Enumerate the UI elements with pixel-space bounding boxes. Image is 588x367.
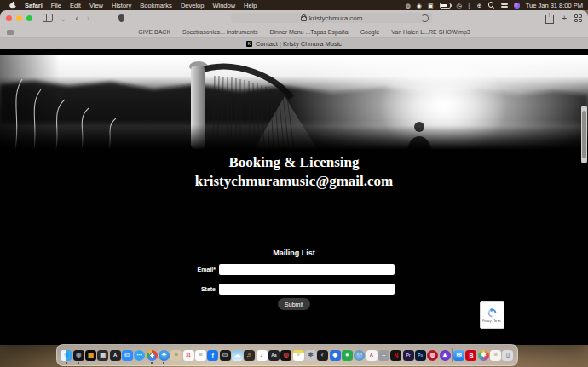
dock-icon-video-call[interactable]: ▭: [122, 350, 133, 361]
apple-menu[interactable]: [5, 1, 20, 9]
screenshot-icon[interactable]: ▣: [428, 3, 434, 9]
dock-icon-green-app[interactable]: ●: [342, 350, 353, 361]
close-window-button[interactable]: [6, 15, 12, 21]
share-icon[interactable]: [545, 15, 554, 24]
state-label: State: [139, 286, 219, 292]
scrollbar-thumb[interactable]: [582, 111, 586, 158]
submit-button[interactable]: Submit: [278, 298, 310, 310]
dock-icon-calendar[interactable]: 31: [183, 350, 194, 361]
dock-icon-camera-app[interactable]: ◎: [280, 350, 291, 361]
dock-icon-display-app[interactable]: ▭: [220, 350, 231, 361]
dock-icon-blue-app[interactable]: ◆: [330, 350, 341, 361]
email-row: Email*: [139, 264, 395, 275]
bluetooth-icon[interactable]: ᛒ: [468, 3, 471, 9]
menu-item[interactable]: Develop: [176, 2, 209, 9]
hero-harp-photo: [0, 55, 588, 149]
dock-icon-weather-photo[interactable]: ☁: [232, 350, 243, 361]
menu-item[interactable]: Safari: [20, 2, 47, 9]
dock-icon-chrome[interactable]: [147, 350, 158, 361]
clock-icon[interactable]: ◷: [457, 3, 462, 9]
dock-icon-stationery[interactable]: ≡: [170, 350, 182, 361]
state-field[interactable]: [219, 284, 395, 295]
dock-icon-type-app[interactable]: Aa: [268, 350, 280, 361]
dock-icon-photoshop[interactable]: Ps: [415, 350, 426, 361]
dock-icon-mission-control[interactable]: ▣: [97, 350, 108, 361]
sidebar-toggle-icon[interactable]: [43, 14, 53, 22]
bookmark-item[interactable]: GIVE BACK: [138, 29, 170, 35]
dock-icon-peak-app[interactable]: ▲: [440, 350, 451, 361]
control-center-icon[interactable]: [501, 3, 508, 8]
dock-icon-music[interactable]: ♪: [257, 350, 268, 361]
menu-item[interactable]: History: [107, 2, 135, 9]
bookmark-item[interactable]: Google: [360, 29, 380, 35]
bookmark-items: GIVE BACKSpectrasonics... InstrumentsDin…: [20, 29, 588, 35]
dock-icon-messages[interactable]: ⋯: [134, 350, 145, 361]
reload-icon[interactable]: [421, 14, 429, 22]
sidebar-chevron-icon[interactable]: ⌄: [58, 14, 68, 23]
bookmarks-grid-icon[interactable]: [7, 30, 14, 35]
bookmark-item[interactable]: Spectrasonics... Instruments: [182, 29, 257, 35]
dock-icon-dark-globe[interactable]: ◐: [317, 350, 328, 361]
mailing-list-title: Mailing List: [0, 249, 588, 257]
menu-clock[interactable]: Tue Jan 31 8:00 PM: [526, 2, 583, 9]
apple-icon: [9, 1, 16, 9]
dock-icon-b-app[interactable]: B: [465, 350, 476, 361]
dock-icon-gray-app[interactable]: –: [378, 350, 389, 361]
safari-window: ⌄ ‹ › kristychmura.com + GIVE BACKSpectr…: [0, 10, 588, 345]
safari-toolbar: ⌄ ‹ › kristychmura.com +: [0, 10, 588, 26]
menu-left: SafariFileEditViewHistoryBookmarksDevelo…: [0, 1, 262, 9]
recaptcha-icon: [487, 307, 498, 318]
dock-icon-netflix[interactable]: N: [390, 350, 401, 361]
dock-icon-settings[interactable]: ✱: [305, 350, 316, 361]
tab-overview-icon[interactable]: [574, 14, 582, 22]
menu-item[interactable]: Help: [239, 2, 261, 9]
dock-icon-earth[interactable]: ◠: [354, 350, 365, 361]
dock-icon-mail[interactable]: ✉: [453, 350, 464, 361]
app-status-icon[interactable]: ◍: [406, 3, 411, 9]
dock-icon-trash[interactable]: ▯: [502, 350, 513, 361]
minimize-window-button[interactable]: [16, 15, 22, 21]
menu-item[interactable]: View: [85, 2, 107, 9]
toolbar-right: +: [545, 13, 582, 24]
menu-item[interactable]: File: [47, 2, 66, 9]
scrollbar-track[interactable]: [581, 106, 587, 163]
tab-bar[interactable]: K Contact | Kristy Chmura Music: [0, 38, 588, 49]
spotlight-icon[interactable]: [488, 2, 495, 9]
zoom-window-button[interactable]: [26, 15, 32, 21]
dock-icon-garageband[interactable]: ♬: [244, 350, 255, 361]
web-page: Booking & Licensing kristychmuramusic@gm…: [0, 49, 588, 345]
dock-icon-premiere[interactable]: Pr: [403, 350, 414, 361]
battery-icon[interactable]: [440, 3, 451, 9]
eye-icon[interactable]: ◉: [417, 3, 422, 9]
dock-icon-record-app[interactable]: ◉: [73, 350, 84, 361]
dock-icon-red-circle-app[interactable]: ◍: [427, 350, 438, 361]
bookmarks-bar: GIVE BACKSpectrasonics... InstrumentsDin…: [0, 26, 588, 38]
url-text: kristychmura.com: [309, 14, 363, 22]
dock-separator[interactable]: [452, 348, 453, 362]
siri-icon[interactable]: [514, 3, 520, 9]
address-bar[interactable]: kristychmura.com: [231, 13, 432, 23]
recaptcha-badge[interactable]: Privacy - Terms: [480, 301, 504, 329]
dock-icon-facebook[interactable]: f: [207, 350, 218, 361]
tab-favicon: K: [246, 41, 252, 47]
menu-item[interactable]: Edit: [66, 2, 85, 9]
new-tab-button[interactable]: +: [562, 14, 567, 23]
dock-icon-safari[interactable]: ✦: [159, 350, 170, 361]
email-field[interactable]: [219, 264, 395, 275]
menu-item[interactable]: Bookmarks: [135, 2, 176, 9]
menu-item[interactable]: Window: [208, 2, 239, 9]
dock-icon-notes[interactable]: ≡: [293, 350, 304, 361]
dock-icon-finder[interactable]: ☺: [61, 350, 72, 361]
forward-button[interactable]: ›: [85, 14, 91, 23]
privacy-shield-icon[interactable]: [118, 14, 124, 22]
dock-icon-photos[interactable]: ✽: [478, 350, 489, 361]
bookmark-item[interactable]: Dinner Menu ...Tapas España: [269, 29, 348, 35]
dock-icon-photos-grid[interactable]: ▦: [85, 350, 96, 361]
dock-icon-cleaner-a[interactable]: A: [366, 350, 378, 361]
dock-icon-textedit[interactable]: ≡: [490, 350, 501, 361]
bookmark-item[interactable]: Van Halen L...RE SHOW.mp3: [391, 29, 470, 35]
dock-icon-a-app[interactable]: A: [110, 350, 121, 361]
back-button[interactable]: ‹: [73, 14, 79, 23]
dock-icon-reminders[interactable]: ≡: [195, 350, 206, 361]
updown-icon[interactable]: ⊕: [477, 3, 482, 9]
